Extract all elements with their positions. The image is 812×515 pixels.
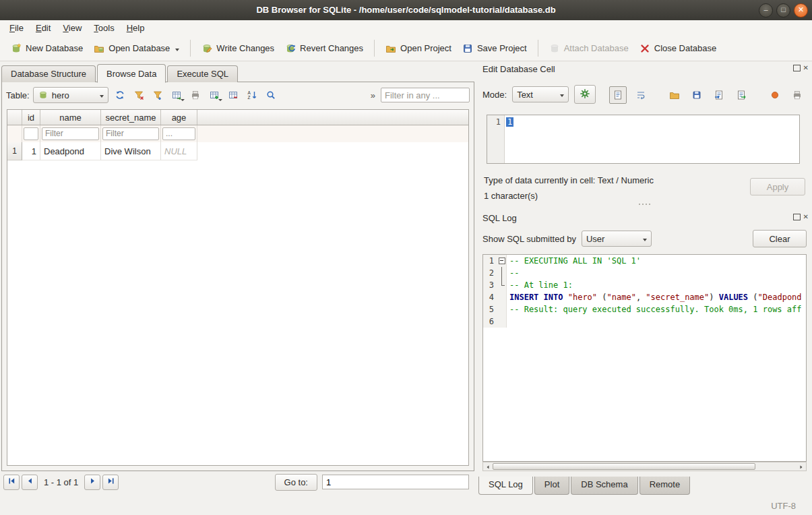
filter-cell-id	[22, 125, 40, 142]
dock-splitter-handle[interactable]	[477, 204, 812, 205]
auto-apply-button[interactable]	[574, 85, 596, 104]
export-icon[interactable]	[733, 87, 749, 103]
sql-log-editor[interactable]: 1-- EXECUTING ALL IN 'SQL 1'2--3-- At li…	[482, 254, 807, 462]
sql-token: "name"	[607, 293, 636, 302]
menu-file[interactable]: File	[3, 22, 30, 34]
find-icon[interactable]	[263, 87, 279, 103]
mode-select[interactable]: Text	[512, 86, 569, 102]
sql-token: -- At line 1:	[509, 280, 573, 290]
sql-log-controls: Show SQL submitted by User Clear	[482, 230, 807, 247]
sql-token: (	[748, 293, 757, 302]
cell-age[interactable]: NULL	[161, 142, 197, 160]
goto-button[interactable]: Go to:	[275, 474, 317, 491]
new-database-button[interactable]: New Database	[5, 40, 88, 57]
write-changes-button[interactable]: Write Changes	[196, 40, 280, 57]
tab-sql-log[interactable]: SQL Log	[478, 477, 533, 495]
text-mode-icon[interactable]	[609, 86, 627, 104]
save-project-button[interactable]: Save Project	[457, 40, 532, 57]
column-header-name[interactable]: name	[40, 110, 101, 125]
title-bar[interactable]: DB Browser for SQLite - /home/user/code/…	[0, 0, 812, 21]
goto-input[interactable]	[322, 475, 469, 489]
sort-icon[interactable]: AZ	[244, 87, 260, 103]
tab-remote[interactable]: Remote	[639, 477, 691, 495]
open-database-button[interactable]: Open Database	[88, 40, 185, 57]
cell-secret-name[interactable]: Dive Wilson	[101, 142, 161, 160]
record-range-text: 1 - 1 of 1	[44, 477, 78, 487]
sql-source-select[interactable]: User	[582, 231, 652, 247]
clear-filters-icon[interactable]	[131, 87, 147, 103]
grid-header-row: idnamesecret_nameage	[7, 110, 468, 125]
export-table-icon[interactable]	[168, 87, 185, 103]
grid-filter-row: FilterFilter...	[7, 125, 468, 142]
toolbar-overflow-icon[interactable]: »	[369, 90, 377, 100]
tab-db-schema[interactable]: DB Schema	[571, 477, 637, 495]
next-page-button[interactable]	[84, 475, 100, 490]
filter-input-name[interactable]: Filter	[42, 127, 99, 140]
cell-editor[interactable]: 1 1	[487, 115, 800, 164]
revert-changes-button[interactable]: Revert Changes	[280, 40, 369, 57]
close-panel-icon[interactable]: ✕	[803, 65, 809, 71]
edit-cell-dock-buttons: ✕	[793, 65, 809, 71]
import-icon[interactable]	[711, 87, 727, 103]
set-null-icon[interactable]	[767, 87, 783, 103]
last-page-button[interactable]	[102, 475, 119, 490]
log-line: 4INSERT INTO "hero" ("name", "secret_nam…	[483, 291, 806, 303]
close-database-icon	[639, 43, 650, 54]
sql-token: -- Result: query executed successfully. …	[509, 305, 801, 314]
attach-database-button: Attach Database	[544, 40, 634, 57]
cell-id[interactable]: 1	[22, 142, 40, 160]
open-file-icon[interactable]	[666, 87, 683, 103]
column-header-id[interactable]: id	[22, 110, 40, 125]
print-icon[interactable]	[789, 87, 805, 103]
clear-log-button[interactable]: Clear	[753, 230, 807, 247]
float-panel-icon[interactable]	[793, 214, 801, 220]
float-panel-icon[interactable]	[793, 65, 801, 71]
tab-database-structure[interactable]: Database Structure	[1, 65, 96, 82]
save-project-icon	[462, 43, 473, 54]
menu-help[interactable]: Help	[121, 22, 151, 34]
close-database-button[interactable]: Close Database	[634, 40, 722, 57]
log-text: -- At line 1:	[507, 279, 806, 291]
column-header-secret-name[interactable]: secret_name	[101, 110, 161, 125]
open-project-button[interactable]: Open Project	[380, 40, 457, 57]
fold-collapse-icon[interactable]	[497, 255, 507, 267]
tab-execute-sql[interactable]: Execute SQL	[167, 65, 238, 82]
menu-view[interactable]: View	[57, 22, 88, 34]
tab-plot[interactable]: Plot	[534, 477, 569, 495]
new-database-label: New Database	[26, 43, 83, 53]
scroll-right-icon[interactable]	[797, 462, 806, 471]
maximize-button[interactable]: □	[776, 3, 790, 18]
print-icon[interactable]	[187, 87, 204, 103]
row-number[interactable]: 1	[7, 142, 22, 160]
tab-browse-data[interactable]: Browse Data	[97, 64, 166, 83]
write-changes-label: Write Changes	[216, 43, 274, 53]
grid-rows: 11DeadpondDive WilsonNULL	[7, 142, 468, 160]
word-wrap-icon[interactable]	[633, 87, 649, 103]
first-page-button[interactable]	[3, 475, 20, 490]
filter-input-age[interactable]: ...	[162, 127, 195, 140]
close-button[interactable]: ✕	[794, 3, 808, 18]
table-select[interactable]: hero	[33, 87, 108, 103]
cell-name[interactable]: Deadpond	[40, 142, 101, 160]
sql-log-hscrollbar[interactable]	[482, 462, 807, 471]
filter-input-secret-name[interactable]: Filter	[102, 127, 159, 140]
cell-size-info: 1 character(s)	[484, 191, 538, 201]
mode-label: Mode:	[482, 90, 507, 100]
save-filter-icon[interactable]	[150, 87, 166, 103]
scroll-left-icon[interactable]	[483, 462, 493, 471]
menu-tools[interactable]: Tools	[88, 22, 120, 34]
scrollbar-thumb[interactable]	[493, 463, 755, 470]
column-header-age[interactable]: age	[161, 110, 197, 125]
cell-type-info: Type of data currently in cell: Text / N…	[484, 175, 654, 185]
sql-token: -- EXECUTING ALL IN 'SQL 1'	[509, 256, 641, 266]
refresh-icon[interactable]	[112, 87, 128, 103]
save-file-icon[interactable]	[689, 87, 705, 103]
insert-record-icon[interactable]	[206, 87, 222, 103]
close-panel-icon[interactable]: ✕	[803, 214, 809, 220]
filter-input-id[interactable]	[24, 127, 38, 140]
filter-any-input[interactable]	[381, 88, 470, 102]
minimize-button[interactable]: –	[759, 3, 773, 18]
menu-edit[interactable]: Edit	[30, 22, 57, 34]
delete-record-icon[interactable]	[225, 87, 241, 103]
prev-page-button[interactable]	[22, 475, 38, 490]
